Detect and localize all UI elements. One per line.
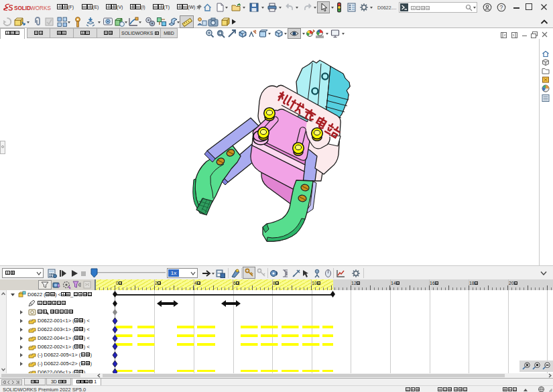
- svg-text:SOLID: SOLID: [14, 5, 31, 11]
- svg-text:WORKS: WORKS: [30, 5, 51, 11]
- svg-text:?: ?: [500, 4, 503, 11]
